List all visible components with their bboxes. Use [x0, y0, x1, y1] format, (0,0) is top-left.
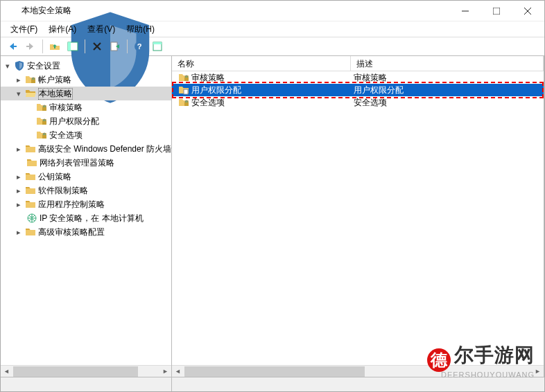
tree-item-label: IP 安全策略，在 本地计算机 — [40, 213, 144, 224]
help-button[interactable] — [132, 39, 147, 54]
menu-file[interactable]: 文件(F) — [6, 22, 42, 37]
tree-item-user-rights[interactable]: 用户权限分配 — [1, 114, 171, 128]
titlebar: 本地安全策略 — [1, 1, 544, 21]
watermark-circle: 德 — [427, 348, 451, 372]
show-hide-tree-button[interactable] — [65, 39, 80, 54]
folder-doc-icon — [178, 84, 189, 96]
folder-lock-icon — [178, 72, 189, 83]
list-row-audit[interactable]: 审核策略 审核策略 — [172, 71, 544, 84]
folder-lock-icon — [36, 130, 47, 141]
tree-item-network-list[interactable]: 网络列表管理器策略 — [1, 156, 171, 170]
folder-lock-icon — [36, 102, 47, 113]
list-pane: 名称 描述 审核策略 审核策略 用户权限分配 用户权限分配 安全选项 安全选项 … — [172, 56, 544, 377]
tree-item-label: 网络列表管理器策略 — [40, 157, 114, 169]
chevron-right-icon[interactable]: ▸ — [15, 200, 23, 209]
tree-hscrollbar[interactable]: ◄ ► — [1, 365, 171, 377]
folder-icon — [25, 226, 36, 238]
back-button[interactable] — [5, 39, 20, 54]
tree-item-local-policies[interactable]: ▾ 本地策略 — [1, 87, 171, 100]
folder-icon — [25, 171, 36, 182]
list-cell-desc: 用户权限分配 — [351, 84, 544, 96]
list-row-user-rights[interactable]: 用户权限分配 用户权限分配 — [172, 84, 544, 96]
tree-item-label: 用户权限分配 — [49, 116, 99, 127]
toolbar-sep — [85, 39, 85, 53]
menu-action[interactable]: 操作(A) — [44, 22, 80, 37]
toolbar-sep — [127, 39, 128, 53]
list-body: 审核策略 审核策略 用户权限分配 用户权限分配 安全选项 安全选项 — [172, 71, 544, 365]
tree-item-software-restriction[interactable]: ▸ 软件限制策略 — [1, 184, 171, 197]
shield-icon — [14, 60, 25, 71]
scroll-right-icon[interactable]: ► — [159, 366, 171, 377]
close-button[interactable] — [512, 1, 543, 21]
folder-lock-icon — [25, 74, 36, 85]
menu-view[interactable]: 查看(V) — [83, 22, 119, 37]
list-cell-name: 审核策略 — [191, 72, 225, 84]
list-cell-desc: 审核策略 — [351, 72, 544, 84]
export-list-button[interactable] — [107, 39, 123, 54]
folder-open-icon — [25, 88, 36, 99]
scroll-left-icon[interactable]: ◄ — [1, 366, 12, 377]
scroll-left-icon[interactable]: ◄ — [172, 366, 184, 377]
chevron-right-icon[interactable]: ▸ — [15, 75, 23, 84]
tree-item-defender-firewall[interactable]: ▸ 高级安全 Windows Defender 防火墙 — [1, 142, 171, 156]
list-header: 名称 描述 — [172, 56, 544, 71]
tree-item-label: 本地策略 — [38, 88, 73, 100]
tree-item-label: 帐户策略 — [38, 74, 71, 86]
window-title: 本地安全策略 — [21, 5, 449, 17]
folder-icon — [26, 157, 37, 168]
tree-item-label: 高级审核策略配置 — [38, 226, 105, 238]
delete-button[interactable] — [89, 39, 105, 54]
body: ▾ 安全设置 ▸ 帐户策略 ▾ 本地策略 审核策略 用户权限分配 — [1, 56, 544, 377]
tree-item-label: 公钥策略 — [38, 171, 71, 183]
tree-item-advanced-audit[interactable]: ▸ 高级审核策略配置 — [1, 225, 171, 239]
tree-item-label: 安全选项 — [49, 130, 83, 141]
app-icon — [6, 6, 17, 17]
folder-icon — [25, 143, 36, 154]
scroll-thumb[interactable] — [13, 366, 138, 377]
watermark-sub: DEERSHOUYOUWANG — [427, 371, 535, 379]
list-cell-name: 用户权限分配 — [191, 84, 241, 96]
tree-item-audit-policy[interactable]: 审核策略 — [1, 100, 171, 114]
forward-button[interactable] — [23, 39, 38, 54]
chevron-down-icon[interactable]: ▾ — [3, 62, 12, 71]
col-header-name[interactable]: 名称 — [172, 56, 351, 71]
tree-item-label: 应用程序控制策略 — [38, 199, 105, 211]
statusbar — [1, 377, 544, 392]
tree-root[interactable]: ▾ 安全设置 — [1, 59, 171, 73]
tree-pane: ▾ 安全设置 ▸ 帐户策略 ▾ 本地策略 审核策略 用户权限分配 — [1, 56, 172, 377]
minimize-button[interactable] — [449, 1, 481, 21]
menu-help[interactable]: 帮助(H) — [122, 22, 159, 37]
list-row-security-options[interactable]: 安全选项 安全选项 — [172, 96, 544, 109]
list-cell-desc: 安全选项 — [351, 97, 544, 109]
folder-lock-icon — [36, 116, 47, 127]
tree-item-ipsec[interactable]: IP 安全策略，在 本地计算机 — [1, 211, 171, 225]
up-level-button[interactable] — [47, 39, 62, 54]
tree-item-account-policies[interactable]: ▸ 帐户策略 — [1, 73, 171, 87]
folder-icon — [25, 185, 36, 196]
scroll-thumb[interactable] — [184, 366, 365, 377]
tree-item-public-key[interactable]: ▸ 公钥策略 — [1, 170, 171, 184]
maximize-button[interactable] — [481, 1, 512, 21]
net-icon — [26, 213, 37, 224]
tree-item-label: 软件限制策略 — [38, 185, 88, 197]
col-header-desc[interactable]: 描述 — [351, 56, 544, 71]
watermark-text: 尔手游网 — [454, 344, 535, 366]
tree-item-label: 审核策略 — [49, 102, 83, 114]
list-cell-name: 安全选项 — [191, 97, 225, 109]
chevron-down-icon[interactable]: ▾ — [15, 89, 23, 98]
tree-item-label: 高级安全 Windows Defender 防火墙 — [38, 143, 171, 155]
properties-button[interactable] — [150, 39, 165, 54]
toolbar-sep — [42, 39, 43, 53]
chevron-right-icon[interactable]: ▸ — [15, 186, 23, 195]
chevron-right-icon[interactable]: ▸ — [15, 172, 23, 181]
chevron-right-icon[interactable]: ▸ — [15, 228, 23, 237]
tree-root-label: 安全设置 — [27, 60, 60, 72]
tree-item-app-control[interactable]: ▸ 应用程序控制策略 — [1, 197, 171, 211]
chevron-right-icon[interactable]: ▸ — [15, 145, 23, 154]
watermark: 德 尔手游网 DEERSHOUYOUWANG — [427, 342, 535, 379]
folder-icon — [25, 199, 36, 210]
tree-item-security-options[interactable]: 安全选项 — [1, 128, 171, 142]
folder-lock-icon — [178, 97, 189, 108]
